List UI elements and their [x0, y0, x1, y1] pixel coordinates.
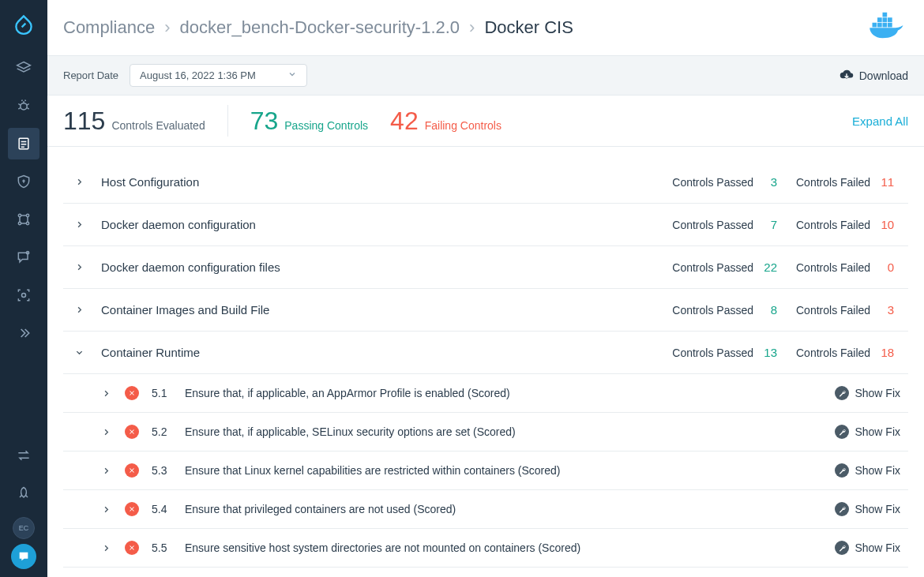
report-date-value: August 16, 2022 1:36 PM [140, 69, 256, 81]
controls-failed: Controls Failed10 [796, 218, 900, 231]
chevron-right-icon [98, 428, 114, 436]
checks-list: 5.1Ensure that, if applicable, an AppArm… [63, 374, 908, 568]
chevron-right-icon [71, 305, 87, 314]
section-row[interactable]: Container Images and Build FileControls … [63, 289, 908, 332]
svg-rect-11 [888, 23, 892, 28]
section-row[interactable]: Host ConfigurationControls Passed3Contro… [63, 161, 908, 204]
summary-bar: 115 Controls Evaluated 73 Passing Contro… [47, 96, 924, 147]
fail-status-icon [125, 386, 139, 400]
download-button[interactable]: Download [839, 67, 908, 84]
chevron-down-icon [71, 348, 87, 357]
wrench-icon [835, 425, 849, 439]
sidebar: EC [0, 0, 47, 577]
check-title: Ensure that, if applicable, an AppArmor … [185, 387, 835, 399]
docker-logo-icon [867, 11, 908, 44]
shield-icon[interactable] [8, 166, 39, 197]
sync-icon[interactable] [8, 440, 39, 471]
section-title: Container Runtime [101, 346, 653, 359]
chevron-right-icon: › [164, 17, 170, 38]
chevron-right-icon: › [469, 17, 475, 38]
check-title: Ensure sensitive host system directories… [185, 541, 835, 554]
svg-rect-14 [888, 17, 892, 22]
check-row[interactable]: 5.4Ensure that privileged containers are… [63, 490, 908, 529]
section-row[interactable]: Container RuntimeControls Passed13Contro… [63, 332, 908, 374]
svg-point-5 [26, 222, 28, 224]
check-number: 5.5 [152, 541, 185, 554]
layers-icon[interactable] [8, 52, 39, 84]
show-fix-button[interactable]: Show Fix [835, 502, 900, 516]
app-logo-icon[interactable] [8, 9, 39, 41]
user-avatar[interactable]: EC [13, 517, 35, 539]
expand-all-button[interactable]: Expand All [852, 114, 908, 128]
check-number: 5.2 [152, 425, 185, 438]
divider [227, 105, 228, 137]
controls-failed: Controls Failed18 [796, 346, 900, 359]
scan-icon[interactable] [8, 279, 39, 311]
show-fix-button[interactable]: Show Fix [835, 386, 900, 400]
check-row[interactable]: 5.2Ensure that, if applicable, SELinux s… [63, 413, 908, 451]
svg-rect-9 [877, 23, 882, 28]
check-number: 5.4 [152, 503, 185, 515]
section-title: Docker daemon configuration files [101, 260, 653, 274]
breadcrumb: Compliance › docker_bench-Docker-securit… [47, 0, 924, 55]
svg-point-4 [18, 222, 21, 224]
controls-passed: Controls Passed8 [672, 303, 777, 317]
chevron-right-icon [71, 178, 87, 186]
show-fix-button[interactable]: Show Fix [835, 463, 900, 478]
controls-evaluated: 115 Controls Evaluated [63, 107, 205, 136]
chevron-right-icon [98, 505, 114, 514]
graph-icon[interactable] [8, 204, 39, 235]
section-row[interactable]: Docker daemon configurationControls Pass… [63, 204, 908, 246]
controls-failed: Controls Failed3 [796, 303, 900, 317]
fail-status-icon [125, 502, 139, 516]
chevron-right-icon [98, 389, 114, 398]
controls-passed: Controls Passed13 [672, 346, 777, 359]
bug-icon[interactable] [8, 90, 39, 122]
main-content: Compliance › docker_bench-Docker-securit… [47, 0, 924, 577]
chat-icon[interactable] [8, 242, 39, 273]
svg-rect-13 [883, 17, 888, 22]
sections-list: Host ConfigurationControls Passed3Contro… [47, 147, 924, 577]
fail-status-icon [125, 541, 139, 555]
rocket-icon[interactable] [8, 478, 39, 509]
report-date-label: Report Date [63, 69, 118, 81]
check-title: Ensure that privileged containers are no… [185, 503, 835, 515]
toolbar: Report Date August 16, 2022 1:36 PM Down… [47, 55, 924, 96]
svg-point-7 [22, 294, 26, 298]
controls-failed: Controls Failed11 [796, 175, 900, 189]
svg-rect-10 [883, 23, 888, 28]
svg-rect-15 [883, 13, 888, 17]
check-number: 5.1 [152, 387, 185, 399]
compliance-report-icon[interactable] [8, 128, 39, 159]
breadcrumb-current: Docker CIS [484, 17, 573, 38]
fail-status-icon [125, 425, 139, 439]
check-title: Ensure that, if applicable, SELinux secu… [185, 425, 835, 438]
section-title: Container Images and Build File [101, 303, 653, 317]
breadcrumb-mid[interactable]: docker_bench-Docker-security-1.2.0 [180, 17, 460, 38]
check-number: 5.3 [152, 464, 185, 477]
svg-rect-8 [873, 23, 877, 28]
check-title: Ensure that Linux kernel capabilities ar… [185, 464, 835, 477]
failing-controls: 42 Failing Controls [390, 107, 501, 136]
show-fix-button[interactable]: Show Fix [835, 541, 900, 555]
section-row[interactable]: Docker daemon configuration filesControl… [63, 246, 908, 289]
chevron-right-icon [98, 544, 114, 553]
cloud-download-icon [839, 67, 854, 84]
check-row[interactable]: 5.1Ensure that, if applicable, an AppArm… [63, 374, 908, 413]
show-fix-button[interactable]: Show Fix [835, 425, 900, 439]
expand-sidebar-icon[interactable] [8, 317, 39, 349]
section-title: Host Configuration [101, 175, 653, 189]
check-row[interactable]: 5.3Ensure that Linux kernel capabilities… [63, 451, 908, 490]
support-chat-icon[interactable] [11, 544, 36, 569]
check-row[interactable]: 5.5Ensure sensitive host system director… [63, 529, 908, 568]
chevron-down-icon [287, 69, 297, 81]
wrench-icon [835, 502, 849, 516]
chevron-right-icon [71, 220, 87, 229]
wrench-icon [835, 386, 849, 400]
report-date-select[interactable]: August 16, 2022 1:36 PM [130, 64, 307, 87]
passing-controls: 73 Passing Controls [250, 107, 368, 136]
controls-passed: Controls Passed22 [672, 260, 777, 274]
svg-rect-12 [877, 17, 882, 22]
breadcrumb-root[interactable]: Compliance [63, 17, 155, 38]
fail-status-icon [125, 463, 139, 478]
